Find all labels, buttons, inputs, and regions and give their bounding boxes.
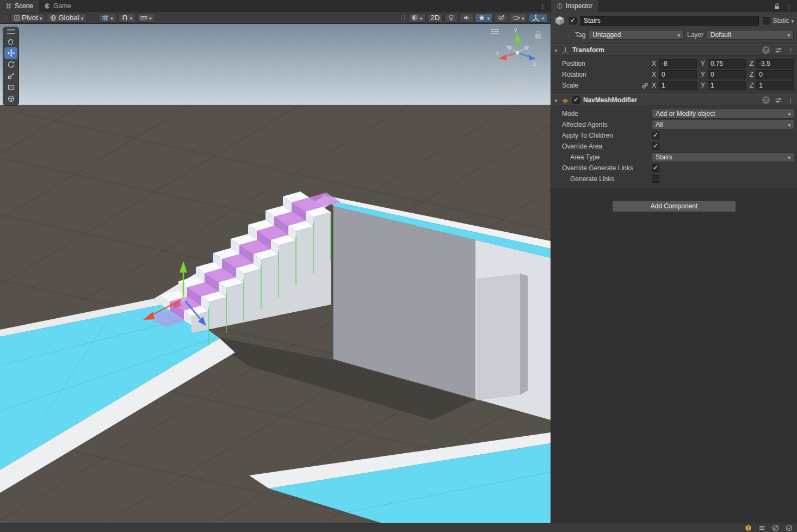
audio-toggle[interactable] xyxy=(460,13,473,23)
navmesh-menu-icon[interactable] xyxy=(787,96,794,104)
tools-drag-handle[interactable] xyxy=(7,29,15,34)
scene-panel-menu-icon[interactable] xyxy=(539,2,546,10)
override-generate-links-checkbox[interactable] xyxy=(652,164,659,172)
camera-dropdown[interactable] xyxy=(510,13,528,23)
affected-agents-dropdown[interactable]: All xyxy=(652,120,794,129)
tag-label: Tag xyxy=(575,31,585,39)
apply-to-children-checkbox[interactable] xyxy=(652,132,659,139)
toolbar-grip[interactable] xyxy=(4,15,7,21)
tab-inspector[interactable]: Inspector xyxy=(551,0,598,12)
2d-toggle[interactable]: 2D xyxy=(427,13,443,23)
lightbulb-icon xyxy=(448,14,455,21)
effects-dropdown[interactable] xyxy=(475,13,493,23)
warning-status-icon[interactable] xyxy=(745,524,752,531)
position-x-field[interactable] xyxy=(659,59,697,69)
mode-label: Mode xyxy=(562,110,578,117)
lock-icon[interactable] xyxy=(774,3,780,10)
position-z-field[interactable] xyxy=(756,59,794,69)
measure-dropdown[interactable] xyxy=(137,13,155,23)
rotation-label: Rotation xyxy=(562,71,586,78)
navmesh-foldout[interactable] xyxy=(554,96,558,104)
grid-snap-dropdown[interactable] xyxy=(98,13,116,23)
help-icon[interactable] xyxy=(762,46,770,54)
rotate-tool-button[interactable] xyxy=(4,59,17,70)
rotate-icon xyxy=(7,60,15,69)
static-checkbox[interactable] xyxy=(763,17,770,24)
transform-foldout[interactable] xyxy=(554,46,558,54)
presets-icon[interactable] xyxy=(775,47,782,54)
pivot-label: Pivot xyxy=(22,14,38,22)
pivot-dropdown[interactable]: Pivot xyxy=(10,13,45,23)
navmesh-enabled-checkbox[interactable] xyxy=(572,96,580,104)
area-type-label: Area Type xyxy=(570,153,600,161)
toolbar-grip-right[interactable] xyxy=(401,15,405,21)
position-y-field[interactable] xyxy=(708,59,746,69)
snap-magnet-icon xyxy=(121,14,128,21)
tab-scene[interactable]: Scene xyxy=(0,0,39,12)
navmesh-title: NavMeshModifier xyxy=(583,96,637,104)
lighting-toggle[interactable] xyxy=(444,13,458,23)
scale-icon xyxy=(7,72,15,80)
tag-dropdown[interactable]: Untagged xyxy=(589,30,684,40)
scale-x-field[interactable] xyxy=(659,81,697,90)
gizmo-x-label: x xyxy=(496,50,499,56)
generate-links-checkbox[interactable] xyxy=(652,175,659,183)
camera-icon xyxy=(513,14,520,21)
gizmos-dropdown[interactable] xyxy=(529,13,547,23)
global-dropdown[interactable]: Global xyxy=(47,13,87,23)
scale-tool-button[interactable] xyxy=(4,70,17,82)
static-group: Static xyxy=(763,17,794,24)
area-type-dropdown[interactable]: Stairs xyxy=(652,152,794,162)
persp-label[interactable]: Persp xyxy=(510,76,528,84)
inspector-menu-icon[interactable] xyxy=(786,2,793,10)
unity-editor: Scene Game Pivot Global xyxy=(0,0,797,532)
shaded-sphere-icon xyxy=(411,14,418,21)
rotation-x-field[interactable] xyxy=(659,70,697,79)
rect-tool-button[interactable] xyxy=(4,82,17,93)
layer-dropdown[interactable]: Default xyxy=(707,30,794,40)
transform-menu-icon[interactable] xyxy=(787,46,794,54)
activity-status-icon[interactable] xyxy=(772,524,779,531)
game-tab-icon xyxy=(44,3,51,9)
tab-game[interactable]: Game xyxy=(39,0,77,12)
scene-visibility-toggle[interactable] xyxy=(495,13,508,23)
speaker-icon xyxy=(463,14,470,21)
game-tab-label: Game xyxy=(53,2,71,10)
presets-icon[interactable] xyxy=(775,97,782,104)
override-area-checkbox[interactable] xyxy=(652,143,659,150)
static-flags-dropdown-icon[interactable] xyxy=(791,17,794,24)
scale-link-icon[interactable] xyxy=(641,82,648,89)
scene-panel: Scene Game Pivot Global xyxy=(0,0,551,523)
draw-mode-dropdown[interactable] xyxy=(408,13,426,23)
inspector-panel: Inspector Static Tag Unta xyxy=(551,0,797,523)
gizmo-z-label: z xyxy=(533,61,536,67)
add-component-button[interactable]: Add Component xyxy=(612,200,736,212)
move-tool-button[interactable] xyxy=(4,47,17,59)
help-icon[interactable] xyxy=(762,96,770,104)
console-status-icon[interactable] xyxy=(758,524,765,531)
layer-value: Default xyxy=(710,31,785,39)
axis-y-label: Y xyxy=(701,60,705,67)
view-hand-tool-button[interactable] xyxy=(4,36,17,47)
transform-tool-button[interactable] xyxy=(4,93,17,104)
gameobject-active-checkbox[interactable] xyxy=(569,17,577,24)
gameobject-name-field[interactable] xyxy=(580,16,759,26)
ruler-icon xyxy=(140,14,147,21)
rotation-y-field[interactable] xyxy=(708,70,746,79)
inspector-tab-label: Inspector xyxy=(566,2,592,10)
increment-snap-dropdown[interactable] xyxy=(118,13,136,23)
mode-dropdown[interactable]: Add or Modify object xyxy=(652,109,794,119)
2d-label: 2D xyxy=(430,14,440,22)
mode-value: Add or Modify object xyxy=(656,110,786,117)
rotation-z-field[interactable] xyxy=(756,70,794,79)
inspector-tabbar: Inspector xyxy=(551,0,797,12)
axis-y-label: Y xyxy=(701,82,705,89)
scale-z-field[interactable] xyxy=(756,81,794,90)
transform-component: Transform Position X Y Z xyxy=(551,44,797,94)
scene-viewport[interactable]: y x z Persp xyxy=(0,24,551,523)
navmeshmodifier-component: NavMeshModifier Mode Add or Modify objec… xyxy=(551,94,797,188)
progress-status-icon[interactable] xyxy=(786,524,793,531)
scene-tools-overlay xyxy=(3,27,19,106)
scale-y-field[interactable] xyxy=(708,81,746,90)
axis-z-label: Z xyxy=(750,82,753,89)
